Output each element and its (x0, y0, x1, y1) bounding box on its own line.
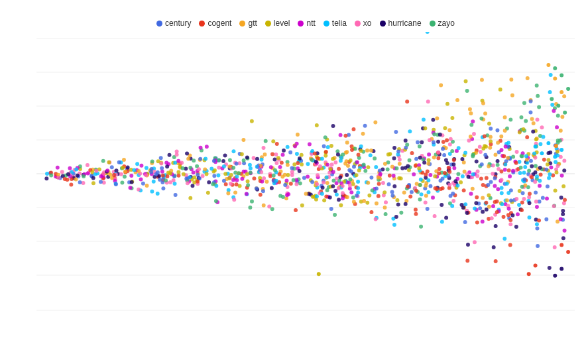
scatter-dot (474, 201, 478, 205)
scatter-dot (419, 178, 423, 182)
scatter-dot (398, 158, 402, 162)
scatter-dot (228, 158, 232, 162)
scatter-dot (562, 159, 566, 163)
scatter-dot (427, 158, 431, 162)
scatter-dot-outlier (559, 73, 563, 77)
scatter-dot (150, 190, 154, 194)
scatter-dot (137, 188, 141, 192)
scatter-dot (129, 186, 133, 190)
legend-item-gtt: gtt (239, 19, 257, 28)
scatter-dot (392, 223, 396, 227)
scatter-dot (556, 114, 560, 118)
scatter-dot (326, 145, 330, 149)
scatter-dot (295, 152, 299, 156)
legend-item-hurricane: hurricane (380, 19, 422, 28)
scatter-dot (465, 211, 469, 215)
scatter-dot (115, 168, 119, 172)
scatter-dot (357, 152, 361, 156)
scatter-dot (438, 133, 442, 137)
scatter-dot (475, 221, 479, 225)
scatter-dot (49, 174, 53, 178)
scatter-dot (441, 140, 445, 144)
scatter-dot-outlier (534, 263, 538, 267)
scatter-dot (481, 219, 485, 223)
scatter-dot (129, 174, 133, 178)
scatter-dot (78, 180, 82, 184)
scatter-dot (522, 197, 526, 201)
scatter-dot (369, 153, 373, 157)
scatter-dot (544, 168, 548, 172)
scatter-dot (123, 170, 127, 174)
scatter-dot (322, 145, 326, 149)
scatter-dot (329, 207, 333, 211)
scatter-dot (349, 190, 353, 194)
scatter-dot (337, 198, 341, 202)
scatter-dot (355, 173, 359, 177)
scatter-dot (496, 159, 500, 163)
scatter-dot (529, 99, 533, 103)
scatter-dot (337, 186, 341, 190)
scatter-dot (192, 176, 196, 180)
scatter-dot (345, 195, 349, 199)
scatter-dot (242, 158, 246, 162)
scatter-dot (500, 148, 504, 152)
scatter-dot (541, 135, 545, 139)
scatter-dot (112, 173, 116, 177)
scatter-dot (255, 157, 259, 161)
scatter-dot (426, 32, 430, 34)
scatter-dot (461, 174, 465, 178)
scatter-dot (481, 196, 485, 200)
scatter-dot (373, 156, 377, 160)
scatter-dot (420, 192, 424, 196)
scatter-dot (359, 145, 363, 149)
scatter-dot (286, 145, 290, 149)
scatter-dot (126, 166, 130, 170)
scatter-dot (436, 140, 440, 144)
scatter-dot (74, 168, 78, 172)
scatter-dot-outlier (553, 274, 557, 278)
scatter-dot (511, 154, 515, 158)
scatter-dot (561, 209, 565, 213)
scatter-dot (329, 144, 333, 148)
scatter-dot (369, 210, 373, 214)
scatter-dot (449, 137, 453, 141)
scatter-dot (438, 167, 441, 171)
scatter-dot (414, 164, 418, 168)
scatter-dot (559, 129, 563, 133)
scatter-dot (86, 163, 89, 167)
scatter-dot (320, 192, 324, 196)
scatter-dot (548, 90, 552, 94)
scatter-dot (483, 135, 487, 139)
scatter-dot (196, 180, 200, 184)
scatter-dot (520, 201, 524, 205)
scatter-dot (269, 165, 273, 169)
scatter-dot (520, 115, 524, 119)
scatter-dot (481, 210, 485, 214)
scatter-dot (214, 199, 218, 203)
scatter-dot (262, 204, 266, 208)
scatter-dot (534, 200, 538, 204)
scatter-dot (339, 203, 343, 207)
scatter-dot (460, 157, 464, 161)
scatter-dot (530, 175, 534, 179)
scatter-dot (406, 185, 410, 189)
scatter-dot (485, 176, 489, 180)
scatter-dot (467, 139, 471, 143)
scatter-dot (339, 133, 343, 137)
scatter-dot (362, 199, 366, 203)
scatter-dot (272, 158, 276, 162)
scatter-dot (496, 141, 500, 145)
scatter-dot (426, 207, 430, 211)
scatter-dot (493, 176, 497, 180)
scatter-dot (487, 194, 491, 198)
scatter-dot (292, 162, 296, 166)
scatter-dot (548, 266, 552, 270)
scatter-dot (419, 225, 423, 229)
scatter-dot (379, 172, 382, 176)
scatter-dot (212, 159, 216, 163)
scatter-dot (221, 159, 225, 163)
scatter-dot (298, 156, 302, 160)
scatter-dot (450, 204, 454, 208)
scatter-dot (465, 259, 469, 263)
scatter-dot (237, 171, 241, 175)
